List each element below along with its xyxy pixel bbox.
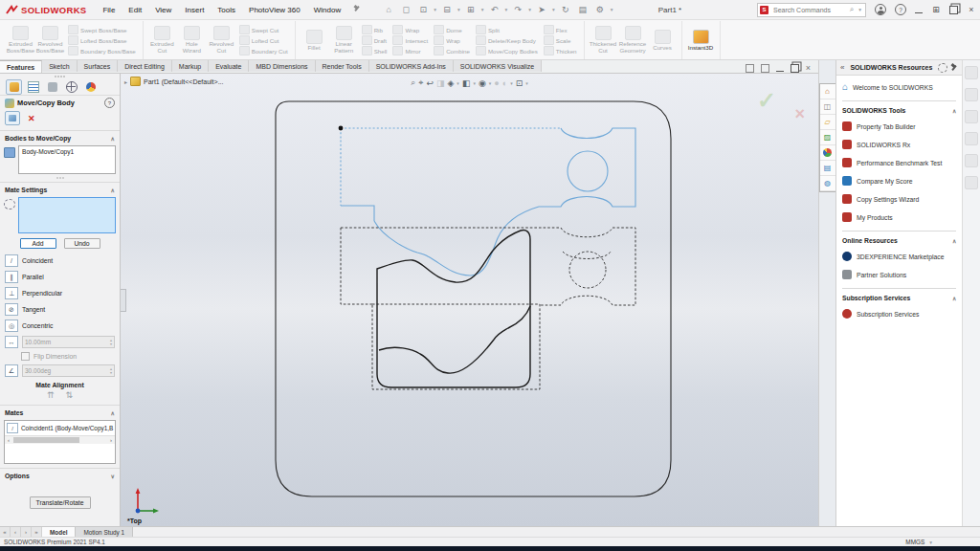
units-selector[interactable]: MMGS ▾ <box>905 539 934 545</box>
mates-listbox[interactable]: /Coincident1 (Body-Move/Copy1,B ‹ › <box>4 420 116 464</box>
mate-type-coincident[interactable]: /Coincident <box>0 253 120 269</box>
view-orientation-icon[interactable]: ◈ <box>447 78 454 88</box>
appearances-scenes-tab[interactable] <box>820 145 835 161</box>
view-settings-icon[interactable]: ⊡ <box>516 78 523 88</box>
collapse-panel-icon[interactable]: « <box>840 63 844 72</box>
restore-button[interactable] <box>949 6 958 14</box>
custom-properties-tab[interactable]: ▤ <box>820 161 835 176</box>
menu-window[interactable]: Window <box>307 4 347 16</box>
dropdown-caret-icon[interactable]: ▾ <box>609 7 615 12</box>
tab-markup[interactable]: Markup <box>172 60 209 72</box>
dropdown-caret-icon[interactable]: ▾ <box>525 80 528 86</box>
display-style-icon[interactable]: ◧ <box>462 78 471 88</box>
doc-page-icon[interactable] <box>746 64 754 73</box>
ribbon-combine[interactable]: Combine <box>434 46 470 55</box>
dropdown-caret-icon[interactable]: ▾ <box>489 80 492 86</box>
tab-render-tools[interactable]: Render Tools <box>316 60 369 72</box>
resource-welcome[interactable]: ⌂Welcome to SOLIDWORKS <box>842 82 956 92</box>
ribbon-intersect[interactable]: Intersect <box>392 35 428 45</box>
search-box[interactable]: S ⌕ ▾ <box>757 3 866 17</box>
zoom-to-fit-icon[interactable]: ⌕ <box>411 77 415 88</box>
resource-partner-solutions[interactable]: Partner Solutions <box>842 270 956 279</box>
tab-evaluate[interactable]: Evaluate <box>209 60 249 72</box>
pin-panel-icon[interactable] <box>950 64 958 72</box>
section-view-icon[interactable]: ◨ <box>436 78 445 88</box>
ribbon-flex[interactable]: Flex <box>544 25 577 34</box>
options-gear-icon[interactable] <box>938 63 947 73</box>
doc-minimize-button[interactable] <box>776 65 784 72</box>
rebuild-icon[interactable]: ↻ <box>557 5 574 14</box>
dropdown-caret-icon[interactable]: ▾ <box>479 7 486 12</box>
doc-restore-button[interactable] <box>791 64 799 73</box>
ribbon-lofted-cut[interactable]: Lofted Cut <box>239 35 288 45</box>
graphics-area[interactable]: ▸ Part1 (Default<<Default>... ⌕⌖↩◨◈▾◧▾◉▾… <box>121 74 818 526</box>
flip-dimension-checkbox[interactable] <box>21 352 30 361</box>
ribbon-move-copy-bodies[interactable]: Move/Copy Bodies <box>476 46 538 55</box>
tab-nav-icon[interactable]: » <box>32 527 42 537</box>
ribbon-boundary-cut[interactable]: Boundary Cut <box>239 46 288 55</box>
section-solidworks-tools[interactable]: SOLIDWORKS Tools∧ <box>842 107 956 114</box>
collapse-chevron-icon[interactable]: ∧ <box>111 409 115 416</box>
ribbon-linear-pattern[interactable]: Linear Pattern <box>329 25 359 55</box>
undo-button[interactable]: Undo <box>64 238 100 249</box>
panel-splitter-handle[interactable] <box>121 289 126 312</box>
expand-chevron-icon[interactable]: ∨ <box>111 473 115 479</box>
view-palette-tab[interactable]: ▨ <box>820 130 835 145</box>
menu-tools[interactable]: Tools <box>211 4 242 16</box>
select-icon[interactable]: ➤ <box>533 5 550 14</box>
ribbon-revolved-cut[interactable]: Revolved Cut <box>207 25 236 55</box>
ribbon-shell[interactable]: Shell <box>362 46 388 55</box>
doc-close-button[interactable]: × <box>806 64 811 73</box>
search-icon[interactable]: ⌕ <box>850 5 854 14</box>
file-explorer-tab[interactable]: ▱ <box>820 115 835 130</box>
mate-selection-box[interactable] <box>18 197 116 233</box>
options-gear-icon[interactable]: ⚙ <box>591 5 609 14</box>
confirm-ok-icon[interactable]: ✓ <box>757 87 776 114</box>
tab-mbd-dimensions[interactable]: MBD Dimensions <box>249 60 315 72</box>
help-icon[interactable]: ? <box>895 4 906 15</box>
ribbon-extruded-cut[interactable]: Extruded Cut <box>147 25 177 55</box>
spinner-icons[interactable]: ▴▾ <box>110 367 112 375</box>
ribbon-hole-wizard[interactable]: Hole Wizard <box>177 25 207 55</box>
scroll-left-icon[interactable]: ‹ <box>5 437 12 443</box>
flyout-tree-arrow-icon[interactable]: ▸ <box>124 78 127 85</box>
tab-nav-icon[interactable]: ‹ <box>11 527 21 537</box>
hide-show-items-icon[interactable]: ◉ <box>479 78 486 88</box>
horizontal-scrollbar[interactable]: ‹ › <box>5 435 115 444</box>
dropdown-caret-icon[interactable]: ▾ <box>550 7 557 12</box>
dropdown-caret-icon[interactable]: ▾ <box>473 80 476 86</box>
tab-nav-icon[interactable]: › <box>21 527 32 537</box>
ribbon-reference-geometry[interactable]: Reference Geometry <box>618 25 648 55</box>
bodies-section-header[interactable]: Bodies to Move/Copy ∧ <box>0 133 120 143</box>
doc-page2-icon[interactable] <box>761 64 769 73</box>
add-button[interactable]: Add <box>20 238 56 249</box>
ribbon-draft[interactable]: Draft <box>362 35 388 45</box>
angle-input[interactable]: 30.00deg ▴▾ <box>22 364 115 377</box>
mates-list-item[interactable]: /Coincident1 (Body-Move/Copy1,B <box>5 421 115 435</box>
ribbon-split[interactable]: Split <box>476 25 538 34</box>
design-library-tab[interactable]: ◫ <box>820 99 835 115</box>
resource-performance-benchmark-test[interactable]: Performance Benchmark Test <box>842 158 956 167</box>
resource-property-tab-builder[interactable]: Property Tab Builder <box>842 121 956 131</box>
menu-edit[interactable]: Edit <box>122 4 148 16</box>
ribbon-wrap[interactable]: Wrap <box>392 25 428 34</box>
mate-type-parallel[interactable]: ∥Parallel <box>0 269 120 285</box>
pin-menu-icon[interactable] <box>353 6 361 13</box>
ribbon-scale[interactable]: Scale <box>544 35 577 45</box>
collapse-chevron-icon[interactable]: ∧ <box>952 237 956 244</box>
mates-section-header[interactable]: Mates ∧ <box>0 408 120 418</box>
solidworks-resources-tab[interactable]: ⌂ <box>820 84 835 99</box>
save-icon[interactable]: ⊟ <box>438 5 456 14</box>
undo-icon[interactable]: ↶ <box>485 5 502 14</box>
menu-view[interactable]: View <box>148 4 178 16</box>
collapse-chevron-icon[interactable]: ∧ <box>111 135 115 142</box>
spinner-icons[interactable]: ▴▾ <box>110 339 112 346</box>
mate-type-tangent[interactable]: ⊘Tangent <box>0 301 120 318</box>
dropdown-caret-icon[interactable]: ▾ <box>502 7 509 12</box>
ribbon-mirror[interactable]: Mirror <box>392 46 428 55</box>
translate-rotate-button[interactable]: Translate/Rotate <box>30 496 91 509</box>
home-icon[interactable]: ⌂ <box>380 5 397 14</box>
distance-input[interactable]: 10.00mm ▴▾ <box>22 336 115 348</box>
ribbon-thickened-cut[interactable]: Thickened Cut <box>589 25 618 55</box>
scroll-right-icon[interactable]: › <box>107 437 115 443</box>
